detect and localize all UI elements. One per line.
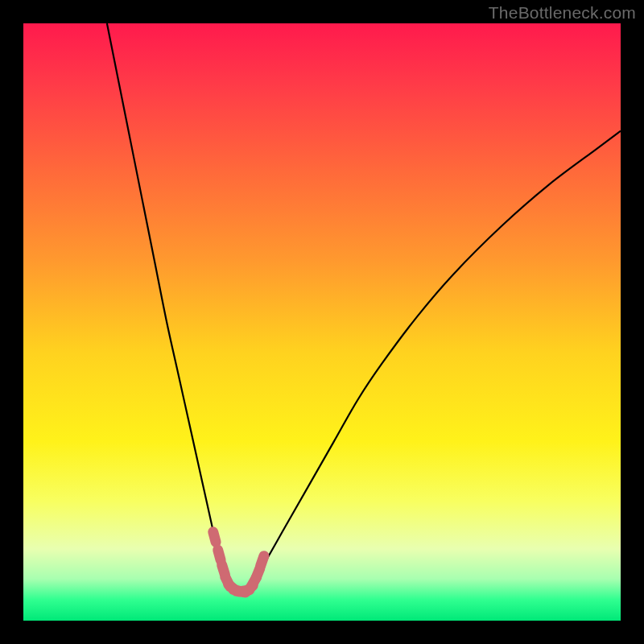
- curve-layer: [23, 23, 621, 621]
- curve-left-branch: [107, 23, 226, 584]
- chart-stage: TheBottleneck.com: [0, 0, 644, 644]
- attribution-label: TheBottleneck.com: [489, 3, 636, 23]
- curve-right-branch: [250, 131, 621, 585]
- optimal-marker: [254, 549, 270, 572]
- optimal-range-markers: [207, 526, 270, 600]
- plot-area: [23, 23, 621, 621]
- optimal-marker: [207, 526, 222, 548]
